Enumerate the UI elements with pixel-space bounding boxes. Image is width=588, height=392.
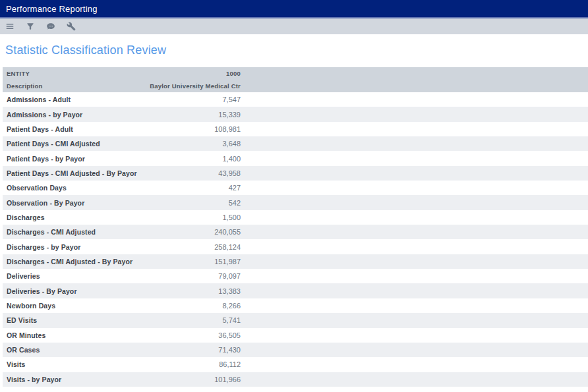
- statistic-label: Admissions - Adult: [7, 96, 71, 103]
- comment-icon[interactable]: [45, 22, 55, 32]
- table-row[interactable]: Patient Days - CMI Adjusted - By Payor 4…: [3, 166, 588, 181]
- table-row[interactable]: Observation Days 427: [3, 181, 588, 195]
- table-row[interactable]: Newborn Days 8,266: [3, 298, 588, 313]
- statistic-value: 43,958: [218, 169, 241, 177]
- table-row[interactable]: Discharges 1,500: [3, 210, 588, 225]
- app-header: Performance Reporting: [0, 0, 588, 18]
- statistic-value: 427: [229, 184, 241, 192]
- statistic-value: 1,400: [222, 155, 241, 163]
- statistic-label: Discharges - by Payor: [7, 243, 80, 251]
- statistic-value: 86,112: [219, 360, 241, 368]
- statistic-value: 108,981: [214, 125, 241, 133]
- header-label: Description: [7, 82, 42, 90]
- table-row[interactable]: Deliveries 79,097: [3, 269, 588, 283]
- table-row[interactable]: Observation - By Payor 542: [3, 195, 588, 210]
- statistic-label: ED Visits: [7, 316, 37, 324]
- table-row[interactable]: Admissions - by Payor 15,339: [3, 107, 588, 121]
- table-row[interactable]: Admissions - Adult 7,547: [3, 92, 588, 107]
- statistic-label: Patient Days - CMI Adjusted - By Payor: [7, 169, 137, 177]
- menu-icon[interactable]: [5, 22, 15, 32]
- statistic-label: Discharges: [7, 213, 45, 221]
- table-row[interactable]: Visits 86,112: [3, 357, 588, 372]
- statistic-label: Visits - by Payor: [7, 376, 61, 383]
- header-value: Baylor University Medical Ctr: [150, 82, 241, 90]
- statistic-value: 71,430: [218, 346, 241, 354]
- toolbar: [0, 18, 588, 34]
- table-row[interactable]: OR Cases 71,430: [3, 343, 588, 357]
- statistics-table: ENTITY 1000 Description Baylor Universit…: [3, 67, 588, 387]
- table-header-row: ENTITY 1000: [3, 67, 588, 80]
- table-header-row: Description Baylor University Medical Ct…: [3, 80, 588, 92]
- table-row[interactable]: ED Visits 5,741: [3, 313, 588, 327]
- statistic-value: 101,966: [214, 376, 241, 383]
- statistic-label: OR Cases: [7, 346, 40, 354]
- statistic-value: 15,339: [218, 111, 241, 119]
- statistic-label: Admissions - by Payor: [7, 111, 82, 119]
- statistic-label: Patient Days - Adult: [7, 125, 73, 133]
- table-row[interactable]: Deliveries - By Payor 13,383: [3, 283, 588, 298]
- table-header: ENTITY 1000 Description Baylor Universit…: [3, 67, 588, 92]
- statistic-label: Observation Days: [7, 184, 67, 192]
- statistic-value: 1,500: [222, 213, 241, 221]
- statistic-label: Patient Days - by Payor: [7, 155, 85, 163]
- table-body: Admissions - Adult 7,547 Admissions - by…: [3, 92, 588, 387]
- statistic-value: 542: [229, 199, 241, 207]
- filter-icon[interactable]: [25, 22, 35, 32]
- table-row[interactable]: Discharges - by Payor 258,124: [3, 239, 588, 254]
- statistic-label: Newborn Days: [7, 302, 55, 310]
- statistic-label: OR Minutes: [7, 331, 45, 339]
- statistic-value: 3,648: [222, 140, 241, 148]
- statistic-value: 5,741: [222, 316, 241, 324]
- table-row[interactable]: Discharges - CMI Adjusted - By Payor 151…: [3, 254, 588, 269]
- statistic-value: 13,383: [218, 287, 241, 295]
- statistic-label: Patient Days - CMI Adjusted: [7, 140, 100, 148]
- statistic-label: Discharges - CMI Adjusted - By Payor: [7, 258, 132, 266]
- table-row[interactable]: Patient Days - by Payor 1,400: [3, 151, 588, 165]
- statistic-value: 7,547: [222, 96, 241, 103]
- statistic-value: 240,055: [214, 228, 241, 236]
- statistic-value: 8,266: [222, 302, 241, 310]
- performance-reporting-app: Performance Reporting Statistic Classifi…: [0, 0, 588, 387]
- statistic-value: 151,987: [214, 258, 241, 266]
- statistic-label: Observation - By Payor: [7, 199, 84, 207]
- statistic-label: Discharges - CMI Adjusted: [7, 228, 96, 236]
- statistic-label: Deliveries: [7, 272, 40, 280]
- wrench-icon[interactable]: [66, 22, 76, 32]
- header-label: ENTITY: [7, 70, 30, 77]
- statistic-value: 36,505: [218, 331, 241, 339]
- statistic-label: Visits: [7, 360, 25, 368]
- header-value: 1000: [226, 70, 241, 77]
- statistic-value: 258,124: [214, 243, 241, 251]
- app-title: Performance Reporting: [6, 4, 98, 14]
- table-row[interactable]: OR Minutes 36,505: [3, 328, 588, 343]
- table-row[interactable]: Visits - by Payor 101,966: [3, 372, 588, 387]
- page-title: Statistic Classification Review: [5, 43, 588, 57]
- table-row[interactable]: Discharges - CMI Adjusted 240,055: [3, 225, 588, 239]
- statistic-label: Deliveries - By Payor: [7, 287, 77, 295]
- table-row[interactable]: Patient Days - Adult 108,981: [3, 122, 588, 136]
- table-row[interactable]: Patient Days - CMI Adjusted 3,648: [3, 136, 588, 151]
- statistic-value: 79,097: [218, 272, 241, 280]
